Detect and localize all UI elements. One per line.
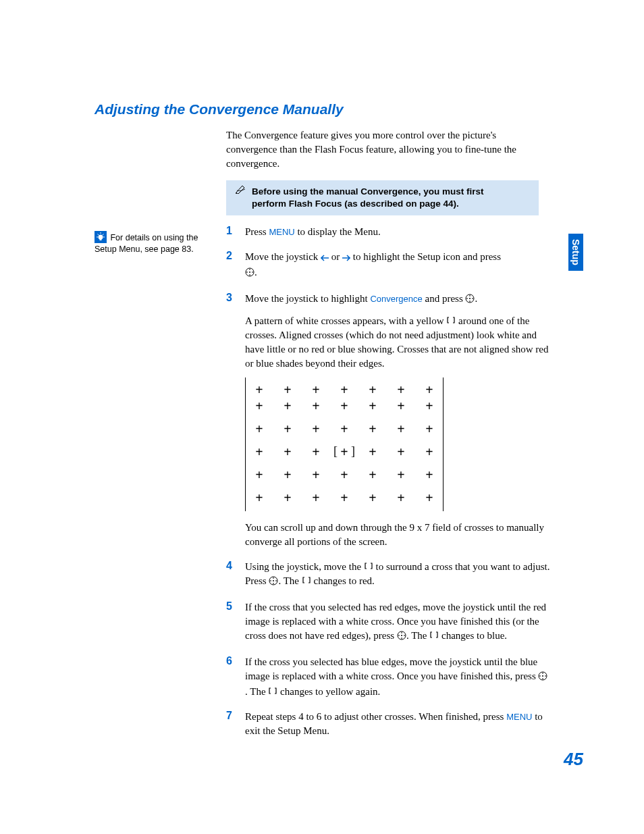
cross-icon: + [366, 422, 379, 436]
text: You can scroll up and down through the 9… [245, 521, 550, 549]
grid-row: +++++++ [252, 468, 436, 481]
cross-icon: + [423, 399, 436, 413]
side-tab: Setup [568, 234, 583, 271]
arrow-left-icon [321, 251, 329, 265]
cross-icon: + [338, 468, 351, 481]
svg-rect-1 [100, 239, 102, 240]
text: changes to yellow again. [277, 686, 380, 697]
step-6: 6 If the cross you selected has blue edg… [226, 655, 550, 706]
cross-icon: + [309, 445, 323, 459]
text: changes to red. [311, 575, 375, 586]
cross-icon: + [394, 383, 408, 396]
step-body: Move the joystick or to highlight the Se… [245, 250, 550, 288]
text: Move the joystick [245, 251, 321, 262]
cross-icon: + [309, 383, 323, 396]
cross-icon: + [281, 383, 294, 396]
cross-icon: + [252, 422, 266, 436]
arrow-right-icon [342, 251, 350, 265]
convergence-grid: +++++++ +++++++ +++++++ +++++++ [245, 377, 444, 511]
text: If the cross you selected has blue edges… [245, 656, 538, 681]
intro-paragraph: The Convergence feature gives you more c… [226, 128, 543, 171]
cross-icon: + [423, 491, 436, 504]
grid-row: +++++++ [252, 399, 436, 413]
convergence-keyword: Convergence [370, 294, 422, 304]
cross-icon: + [338, 399, 351, 413]
cross-icon: + [309, 491, 323, 504]
joystick-press-icon [397, 630, 406, 644]
joystick-press-icon [245, 267, 254, 281]
text: A pattern of white crosses appears, with… [245, 315, 446, 326]
cross-icon: + [394, 422, 408, 436]
cross-icon: + [394, 445, 408, 459]
lightbulb-icon [95, 231, 107, 243]
pencil-icon [236, 184, 246, 197]
text: . The [406, 630, 429, 641]
bracket-icon [446, 314, 456, 328]
text: changes to blue. [439, 630, 507, 641]
cross-icon: + [309, 468, 323, 481]
page-number: 45 [564, 749, 583, 770]
cross-icon: + [366, 491, 379, 504]
step-2: 2 Move the joystick or to highlight the … [226, 250, 550, 288]
note-box: Before using the manual Convergence, you… [226, 180, 539, 215]
step-3: 3 Move the joystick to highlight Converg… [226, 292, 550, 556]
step-number: 1 [226, 225, 245, 246]
page: Adjusting the Convergence Manually The C… [0, 0, 644, 834]
cross-icon: + [281, 445, 294, 459]
bracket-icon [429, 629, 439, 643]
cross-icon: + [423, 383, 436, 396]
step-body: Repeat steps 4 to 6 to adjust other cros… [245, 710, 550, 745]
text: . The [278, 575, 301, 586]
svg-line-6 [103, 234, 104, 236]
section-heading: Adjusting the Convergence Manually [95, 101, 570, 118]
note-text: Before using the manual Convergence, you… [234, 186, 516, 210]
steps-list: 1 Press MENU to display the Menu. 2 Move… [226, 225, 550, 745]
bracket-icon [268, 685, 277, 699]
selected-cross-icon: + [338, 445, 351, 459]
step-number: 7 [226, 710, 245, 745]
step-number: 3 [226, 292, 245, 556]
cross-icon: + [394, 468, 408, 481]
step-4: 4 Using the joystick, move the to surrou… [226, 560, 550, 596]
step-body: If the cross you selected has blue edges… [245, 655, 550, 706]
text: Repeat steps 4 to 6 to adjust other cros… [245, 711, 506, 722]
cross-icon: + [394, 399, 408, 413]
cross-icon: + [252, 383, 266, 396]
cross-icon: + [309, 399, 323, 413]
cross-icon: + [281, 468, 294, 481]
cross-icon: + [281, 491, 294, 504]
text: to display the Menu. [295, 226, 381, 237]
text: Using the joystick, move the [245, 561, 364, 572]
svg-point-10 [469, 298, 471, 299]
svg-point-0 [99, 235, 103, 240]
cross-icon: + [366, 445, 379, 459]
svg-point-14 [401, 635, 402, 636]
step-5: 5 If the cross that you selected has red… [226, 600, 550, 651]
step-number: 5 [226, 600, 245, 651]
cross-icon: + [309, 422, 323, 436]
cross-icon: + [338, 383, 351, 396]
cross-icon: + [423, 445, 436, 459]
step-7: 7 Repeat steps 4 to 6 to adjust other cr… [226, 710, 550, 745]
grid-row: +++++++ [252, 445, 436, 459]
step-1: 1 Press MENU to display the Menu. [226, 225, 550, 246]
bracket-icon [302, 574, 311, 588]
cross-icon: + [252, 468, 266, 481]
menu-keyword: MENU [506, 712, 532, 722]
cross-icon: + [252, 445, 266, 459]
step-number: 6 [226, 655, 245, 706]
step-body: Move the joystick to highlight Convergen… [245, 292, 550, 556]
svg-point-8 [249, 271, 250, 273]
menu-keyword: MENU [269, 227, 294, 237]
joystick-press-icon [465, 293, 475, 307]
svg-line-5 [98, 234, 99, 236]
text: to highlight the Setup icon and press [350, 251, 501, 262]
cross-icon: + [252, 491, 266, 504]
joystick-press-icon [538, 671, 547, 685]
step-number: 2 [226, 250, 245, 288]
text: Press [245, 226, 269, 237]
sidebar-tip-text: For details on using the Setup Menu, see… [95, 233, 198, 254]
grid-row: +++++++ [252, 491, 436, 504]
cross-icon: + [366, 399, 379, 413]
step-body: Press MENU to display the Menu. [245, 225, 550, 246]
